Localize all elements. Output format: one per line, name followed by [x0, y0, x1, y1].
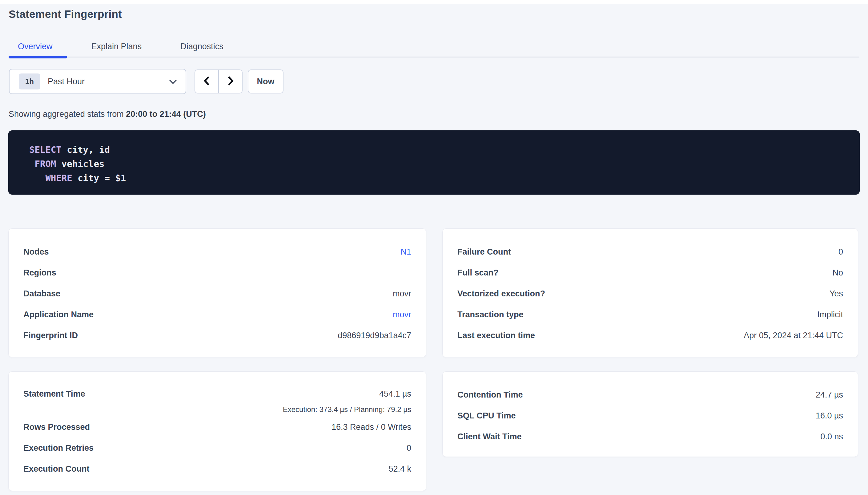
row-label: Last execution time	[457, 331, 535, 340]
active-tab-underline	[9, 56, 67, 58]
summary-row: Transaction type Implicit	[457, 304, 843, 325]
chevron-left-icon	[202, 75, 211, 87]
row-label: Contention Time	[457, 390, 523, 400]
wait-times-card: Contention Time 24.7 µs SQL CPU Time 16.…	[442, 371, 858, 457]
row-label: Rows Processed	[23, 423, 90, 432]
summary-row: Execution Count 52.4 k	[23, 458, 411, 479]
row-label: Execution Retries	[23, 443, 94, 453]
tab-explain-plans[interactable]: Explain Plans	[82, 39, 151, 54]
summary-row: Client Wait Time 0.0 ns	[457, 426, 843, 447]
sql-keyword: FROM	[29, 159, 56, 169]
nodes-link[interactable]: N1	[400, 247, 411, 257]
summary-row: Execution Retries 0	[23, 438, 411, 458]
row-label: Statement Time	[23, 383, 85, 404]
summary-row: Rows Processed 16.3 Reads / 0 Writes	[23, 416, 411, 438]
row-value: movr	[393, 289, 411, 298]
sql-text: city = $1	[72, 173, 126, 183]
row-sub-value: Execution: 373.4 µs / Planning: 79.2 µs	[283, 405, 411, 414]
statement-fingerprint-page: Statement Fingerprint Overview Explain P…	[0, 0, 868, 495]
chevron-down-icon	[169, 79, 177, 85]
sql-statement-box: SELECT city, id FROM vehicles WHERE city…	[8, 130, 860, 194]
page-title: Statement Fingerprint	[9, 8, 122, 20]
row-label: Regions	[23, 268, 56, 278]
time-range-label: Past Hour	[48, 77, 85, 86]
tab-overview[interactable]: Overview	[9, 39, 62, 54]
last-execution-time-value: Apr 05, 2024 at 21:44 UTC	[744, 331, 843, 340]
row-label: Nodes	[23, 247, 49, 257]
row-value: Yes	[830, 289, 843, 298]
summary-row: Regions	[23, 262, 411, 283]
chevron-right-icon	[226, 75, 235, 87]
row-label: Failure Count	[457, 247, 511, 257]
sql-keyword: SELECT	[29, 144, 62, 155]
row-label: Application Name	[23, 310, 94, 320]
execution-attributes-card: Failure Count 0 Full scan? No Vectorized…	[442, 228, 858, 357]
row-value: 16.0 µs	[816, 411, 843, 421]
tab-bar-divider	[9, 56, 859, 57]
page-header-strip	[0, 0, 868, 4]
aggregation-note-range: 20:00 to 21:44 (UTC)	[126, 109, 206, 119]
row-label: Vectorized execution?	[457, 289, 545, 298]
summary-row: SQL CPU Time 16.0 µs	[457, 405, 843, 426]
tab-bar: Overview Explain Plans Diagnostics	[9, 39, 233, 54]
time-interval-badge: 1h	[19, 73, 40, 89]
app-name-link[interactable]: movr	[393, 310, 411, 320]
sql-keyword: WHERE	[29, 173, 72, 183]
summary-row: Full scan? No	[457, 262, 843, 283]
tab-diagnostics[interactable]: Diagnostics	[171, 39, 233, 54]
row-label: Execution Count	[23, 464, 89, 474]
row-value: 0.0 ns	[820, 432, 843, 442]
summary-row: Failure Count 0	[457, 241, 843, 262]
summary-row: Contention Time 24.7 µs	[457, 384, 843, 405]
next-interval-button[interactable]	[218, 70, 242, 93]
sql-line: SELECT city, id	[29, 143, 860, 157]
aggregation-note: Showing aggregated stats from 20:00 to 2…	[9, 109, 206, 119]
row-value: 24.7 µs	[816, 390, 843, 400]
summary-row: Application Name movr	[23, 304, 411, 325]
row-value: 454.1 µs	[379, 383, 411, 404]
now-button[interactable]: Now	[248, 69, 283, 93]
row-label: SQL CPU Time	[457, 411, 516, 421]
row-label: Client Wait Time	[457, 432, 522, 442]
row-label: Fingerprint ID	[23, 331, 78, 340]
summary-row: Last execution time Apr 05, 2024 at 21:4…	[457, 325, 843, 346]
sql-text: city, id	[62, 144, 110, 155]
sql-line: WHERE city = $1	[29, 171, 860, 185]
row-value: 0	[838, 247, 843, 257]
statement-timings-card: Statement Time 454.1 µs Execution: 373.4…	[8, 371, 426, 491]
time-interval-nav	[195, 69, 243, 93]
summary-row: Vectorized execution? Yes	[457, 283, 843, 304]
aggregation-note-prefix: Showing aggregated stats from	[9, 109, 126, 119]
row-value: 52.4 k	[389, 464, 411, 474]
row-label: Full scan?	[457, 268, 498, 278]
row-value: 0	[407, 443, 411, 453]
time-range-selector[interactable]: 1h Past Hour	[9, 69, 186, 94]
fingerprint-id-value: d986919d9ba1a4c7	[338, 331, 411, 340]
row-value: No	[832, 268, 843, 278]
summary-row: Fingerprint ID d986919d9ba1a4c7	[23, 325, 411, 346]
statement-time-value-block: 454.1 µs Execution: 373.4 µs / Planning:…	[283, 383, 411, 416]
prev-interval-button[interactable]	[195, 70, 218, 93]
row-label: Transaction type	[457, 310, 524, 320]
row-value: Implicit	[817, 310, 843, 320]
summary-row: Statement Time 454.1 µs Execution: 373.4…	[23, 383, 411, 416]
statement-details-card: Nodes N1 Regions Database movr Applicati…	[8, 228, 426, 357]
summary-row: Nodes N1	[23, 241, 411, 262]
row-label: Database	[23, 289, 60, 298]
row-value: 16.3 Reads / 0 Writes	[331, 423, 411, 432]
sql-text: vehicles	[56, 159, 104, 169]
sql-line: FROM vehicles	[29, 157, 860, 171]
summary-row: Database movr	[23, 283, 411, 304]
